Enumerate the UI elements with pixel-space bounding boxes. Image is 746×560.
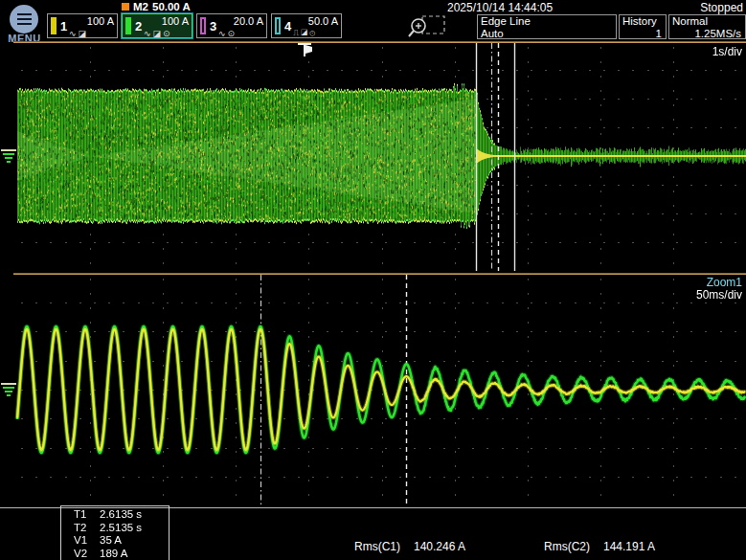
channel-color-bar-icon (200, 17, 206, 34)
acquisition-status: Stopped (700, 1, 743, 14)
cursor-value: 35 A (100, 534, 122, 548)
cursor-label: V1 (74, 534, 100, 548)
cursor-value: 2.6135 s (100, 508, 142, 522)
cursor-row: T22.5135 s (74, 522, 169, 535)
filter-icon: ⊙ (163, 29, 172, 38)
channel-1-box[interactable]: 1100 A∿◪ (47, 13, 118, 38)
cursor-readout-box: T12.6135 sT22.5135 sV135 AV2189 A (60, 505, 170, 560)
probe-icon: ◪ (153, 29, 164, 38)
filter-icon: ⊙ (309, 28, 317, 37)
channel-color-bar-icon (125, 17, 131, 34)
measurement-value: 140.246 A (414, 540, 465, 553)
channel-row: 1100 A∿◪2100 A∿◪⊙320.0 A∿⊙450.0 A⎍◪⊙ (47, 13, 342, 38)
zoom-search-icon[interactable] (406, 14, 448, 44)
sample-rate: 1.25MS/s (672, 28, 742, 40)
rms-c2-readout: Rms(C2)144.191 A (544, 540, 655, 553)
ac-coupling-icon: ∿ (144, 29, 153, 38)
hamburger-icon (17, 18, 32, 20)
channel-scale-value: 20.0 A (234, 15, 263, 27)
trigger-type: Edge Line (481, 15, 613, 28)
channel-color-bar-icon (51, 17, 57, 34)
reference-trace-indicator: M2 50.00 A (122, 1, 191, 12)
history-label: History (622, 15, 663, 28)
m2-label: M2 (133, 1, 148, 12)
ac-coupling-icon: ∿ (69, 29, 79, 38)
acquisition-mode: Normal (672, 15, 742, 28)
measurement-label: Rms(C1) (354, 540, 400, 553)
zoom-timebase-label: 50ms/div (696, 288, 742, 302)
measurement-value: 144.191 A (603, 540, 655, 553)
oscilloscope-screen: MENU M2 50.00 A 1100 A∿◪2100 A∿◪⊙320.0 A… (0, 0, 746, 560)
cursor-row: V2189 A (74, 548, 169, 560)
channel-4-box[interactable]: 450.0 A⎍◪⊙ (271, 13, 342, 38)
channel-setting-icons: ∿◪⊙ (144, 29, 172, 38)
channel-scale-value: 100 A (87, 15, 114, 27)
history-box[interactable]: History 1 (619, 14, 667, 39)
m2-scale-value: 50.00 A (152, 1, 191, 12)
trigger-mode: Auto (481, 28, 613, 40)
m2-color-swatch-icon (122, 3, 129, 11)
channel-setting-icons: ∿◪ (69, 29, 88, 38)
filter-icon: ⊙ (228, 29, 237, 38)
datetime-readout: 2025/10/14 14:44:05 (447, 1, 553, 14)
channel-number: 1 (60, 19, 67, 34)
cursor-label: V2 (74, 548, 100, 560)
channel-number: 3 (210, 19, 216, 34)
channel-3-box[interactable]: 320.0 A∿⊙ (196, 13, 267, 38)
channel-scale-value: 100 A (162, 15, 189, 27)
trigger-settings-box[interactable]: Edge Line Auto (477, 14, 617, 39)
channel-number: 4 (284, 19, 291, 34)
channel-number: 2 (135, 19, 142, 34)
cursor-value: 2.5135 s (100, 522, 142, 535)
history-count: 1 (622, 28, 663, 40)
channel-2-box[interactable]: 2100 A∿◪⊙ (122, 13, 192, 38)
channel-setting-icons: ⎍◪⊙ (293, 28, 317, 38)
cursor-value: 189 A (100, 548, 127, 560)
cursor-label: T2 (74, 522, 100, 535)
ac-coupling-icon: ∿ (218, 29, 228, 38)
main-waveform-display[interactable] (0, 43, 746, 271)
cursor-row: T12.6135 s (74, 508, 169, 522)
measurement-label: Rms(C2) (544, 540, 590, 553)
rms-c1-readout: Rms(C1)140.246 A (354, 540, 465, 553)
menu-button[interactable] (10, 5, 38, 34)
acquisition-mode-box[interactable]: Normal 1.25MS/s (668, 14, 746, 39)
zoom-waveform-display[interactable] (0, 275, 746, 507)
main-timebase-label: 1s/div (712, 45, 742, 58)
cursor-label: T1 (74, 508, 100, 522)
probe-icon: ◪ (301, 28, 309, 37)
probe-icon: ◪ (79, 29, 89, 38)
cursor-row: V135 A (74, 534, 169, 548)
channel-setting-icons: ∿⊙ (218, 29, 237, 38)
channel-scale-value: 50.0 A (308, 15, 338, 27)
zoom-window-label: Zoom1 (707, 276, 742, 289)
channel-color-bar-icon (275, 17, 281, 34)
